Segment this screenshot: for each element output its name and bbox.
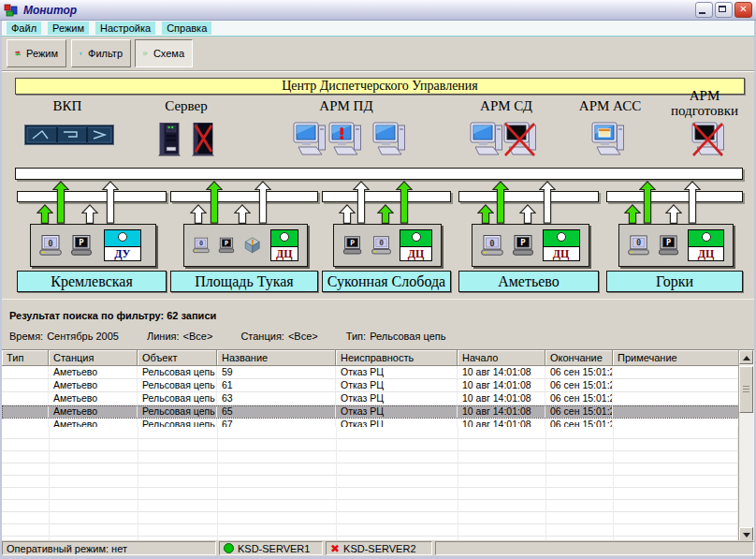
filter-criterion-station: Станция:<Все> [240,331,321,342]
header-cell-name[interactable]: Название [217,350,336,366]
table-empty-area [2,427,739,541]
toolbar-button-mode[interactable]: Режим [7,39,66,67]
uplink-arrow-icon [81,204,98,224]
station-name[interactable]: Кремлевская [17,271,167,292]
uplink-arrow-icon [639,181,656,224]
header-cell-station[interactable]: Станция [49,350,138,366]
uplink-arrow-icon [539,181,556,224]
header-cell-object[interactable]: Объект [138,350,217,366]
station-equipment-panel[interactable]: ДЦ [618,224,734,267]
window-title: Монитор [23,4,693,17]
toolbar-button-filter[interactable]: Фильтр [71,39,131,67]
station-bus [170,191,318,202]
station-bus [458,191,599,202]
toolbar-button-label: Фильтр [88,48,123,59]
table-row[interactable]: Аметьево Рельсовая цепь61 Отказ РЦ10 авг… [2,379,754,392]
menu-item-file[interactable]: Файл [7,22,41,35]
maximize-icon [719,6,726,12]
station-name[interactable]: Площадь Тукая [170,271,318,292]
terminal-0-icon [628,235,649,256]
filter-criteria: Время:Сентябрь 2005 Линия:<Все> Станция:… [9,331,473,342]
station-equipment-panel[interactable]: ДЦ [472,224,589,267]
server2-name: KSD-SERVER2 [343,542,415,555]
menu-item-settings[interactable]: Настройка [95,22,155,35]
menu-item-help[interactable]: Справка [162,22,211,35]
mode-arrows-icon [15,45,21,62]
station-bus [606,191,743,202]
menu-item-mode[interactable]: Режим [48,22,89,35]
uplink-arrow-icon [477,204,494,224]
uplink-arrow-icon [254,181,271,224]
filter-criterion-type: Тип:Рельсовая цепь [346,331,450,342]
station-name[interactable]: Суконная Слобода [322,271,451,292]
table-row[interactable]: Аметьево Рельсовая цепь59 Отказ РЦ10 авг… [2,366,754,379]
terminal-0-icon [371,235,391,256]
station-kremlevskaya: ДУ Кремлевская [17,72,167,299]
minimize-button[interactable] [695,2,713,18]
toolbar-button-label: Режим [26,48,58,59]
uplink-arrow-icon [684,181,701,224]
close-icon: ✕ [735,3,751,16]
uplink-arrow-icon [234,204,251,224]
app-icon [4,3,19,18]
uplink-arrow-icon [519,204,536,224]
uplink-arrow-icon [665,204,682,224]
toolbar-button-label: Схема [153,48,184,59]
uplink-arrow-icon [353,181,370,224]
events-table: Тип Станция Объект Название Неисправност… [2,349,754,541]
scrollbar-down-button[interactable] [739,527,753,541]
uplink-arrow-icon [102,181,119,224]
header-cell-end[interactable]: Окончание [545,350,613,366]
station-bus [322,191,451,202]
scrollbar-thumb[interactable] [739,366,753,413]
menu-bar: Файл Режим Настройка Справка [2,21,754,37]
station-name[interactable]: Аметьево [458,271,599,292]
terminal-p-icon [512,235,534,256]
filter-criterion-line: Линия:<Все> [147,331,216,342]
control-unit-icon: ДЦ [688,229,724,261]
filter-criterion-time: Время:Сентябрь 2005 [9,331,123,342]
table-header: Тип Станция Объект Название Неисправност… [2,350,754,366]
terminal-p-icon [218,235,235,256]
arrow-up-icon [743,356,750,360]
uplink-arrow-icon [396,181,413,224]
terminal-p-icon [70,235,93,256]
app-window: Монитор ✕ Файл Режим Настройка Справка Р… [0,0,756,559]
scrollbar-up-button[interactable] [739,350,753,364]
toolbar: Режим Фильтр Схема [2,37,754,71]
station-equipment-panel[interactable]: ДУ [30,224,155,267]
control-unit-icon: ДЦ [543,229,580,261]
header-cell-type[interactable]: Тип [2,350,49,366]
uplink-arrow-icon [492,181,509,224]
scheme-panel: Центр Диспетчерского Управления ВКП Серв… [2,71,754,299]
control-unit-icon: ДЦ [400,229,433,261]
status-server2-panel: ✖ KSD-SERVER2 [326,541,432,555]
terminal-0-icon [193,235,210,256]
station-name[interactable]: Горки [606,271,743,292]
drive-warning-icon [243,234,261,257]
station-bus [17,191,167,202]
header-cell-start[interactable]: Начало [458,350,545,366]
maximize-button[interactable] [715,2,733,18]
filter-result-text: Результат поиска по фильтру: 62 записи [9,310,216,321]
minimize-icon [699,12,705,14]
header-cell-note[interactable]: Примечание [613,350,739,366]
header-cell-fault[interactable]: Неисправность [336,350,458,366]
arrow-down-icon [743,533,750,537]
station-equipment-panel[interactable]: ДЦ [183,224,308,267]
terminal-0-icon [481,235,503,256]
uplink-arrow-icon [190,204,207,224]
terminal-0-icon [39,235,62,256]
toolbar-button-schema[interactable]: Схема [135,39,193,67]
server1-name: KSD-SERVER1 [238,542,310,555]
server-offline-icon: ✖ [330,544,340,553]
table-row[interactable]: Аметьево Рельсовая цепь63 Отказ РЦ10 авг… [2,392,754,405]
thumb-grip-icon [743,386,749,392]
uplink-arrow-icon [52,181,69,224]
filter-funnel-icon [80,46,82,62]
close-button[interactable]: ✕ [734,2,752,18]
vertical-scrollbar[interactable] [738,350,754,541]
table-row-selected[interactable]: Аметьево Рельсовая цепь65 Отказ РЦ10 авг… [2,405,754,419]
station-ploshchad-tukaya: ДЦ Площадь Тукая [170,72,318,299]
station-equipment-panel[interactable]: ДЦ [333,224,442,267]
